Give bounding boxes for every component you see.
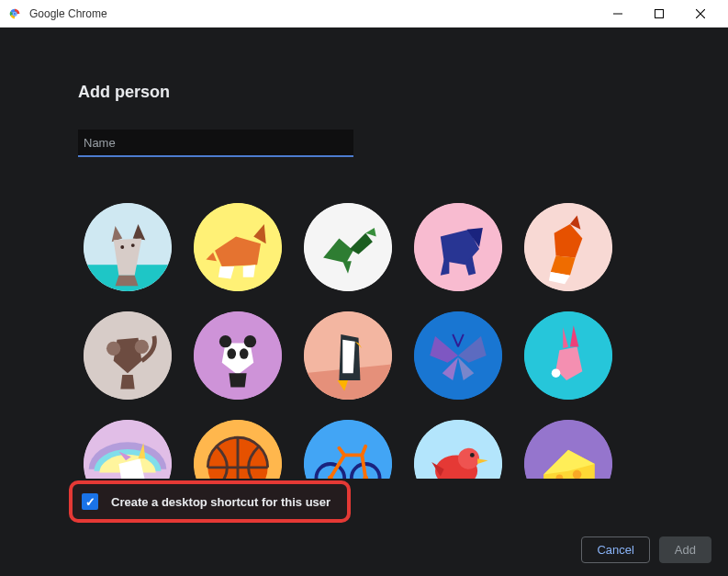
svg-marker-20 <box>243 265 255 277</box>
avatar-elephant[interactable] <box>414 203 502 291</box>
dialog-heading: Add person <box>78 83 728 102</box>
footer-buttons: Cancel Add <box>581 536 711 563</box>
shortcut-label: Create a desktop shortcut for this user <box>111 495 330 509</box>
dialog-body: Add person ✓ Create a desktop shortcut f… <box>0 28 728 576</box>
avatar-penguin[interactable] <box>304 311 392 400</box>
window-controls <box>597 1 721 27</box>
cancel-button[interactable]: Cancel <box>581 536 649 563</box>
svg-point-92 <box>573 470 582 479</box>
svg-marker-41 <box>120 375 134 389</box>
shortcut-checkbox[interactable]: ✓ <box>82 493 98 510</box>
svg-point-14 <box>120 245 124 249</box>
svg-marker-13 <box>116 276 139 287</box>
avatar-butterfly[interactable] <box>414 311 502 400</box>
svg-marker-48 <box>229 373 246 387</box>
maximize-button[interactable] <box>638 1 679 27</box>
svg-point-45 <box>244 335 256 347</box>
avatar-basketball[interactable] <box>194 420 282 479</box>
avatar-dragon[interactable] <box>304 203 392 291</box>
avatar-scroll-container[interactable] <box>78 194 652 479</box>
avatar-unicorn[interactable] <box>84 420 172 479</box>
svg-point-3 <box>13 12 16 15</box>
svg-point-15 <box>131 243 135 247</box>
svg-point-39 <box>106 342 120 356</box>
close-button[interactable] <box>679 1 721 27</box>
svg-point-82 <box>458 448 479 469</box>
avatar-rabbit[interactable] <box>524 311 612 400</box>
svg-point-47 <box>240 348 249 359</box>
avatar-cat[interactable] <box>84 203 172 291</box>
minimize-button[interactable] <box>597 1 638 27</box>
svg-point-40 <box>135 340 149 354</box>
svg-rect-5 <box>655 9 663 17</box>
name-input[interactable] <box>78 130 353 157</box>
add-button[interactable]: Add <box>659 536 711 563</box>
svg-point-44 <box>219 335 231 347</box>
svg-point-66 <box>552 368 561 378</box>
avatar-fox[interactable] <box>524 203 612 291</box>
window-title: Google Chrome <box>29 7 597 20</box>
avatar-cheese[interactable] <box>524 420 612 479</box>
svg-point-46 <box>227 348 236 359</box>
name-input-wrapper <box>78 130 353 157</box>
avatar-grid <box>78 203 652 479</box>
svg-marker-52 <box>342 340 354 373</box>
avatar-bicycle[interactable] <box>304 420 392 479</box>
avatar-panda[interactable] <box>194 311 282 400</box>
shortcut-checkbox-highlight: ✓ Create a desktop shortcut for this use… <box>69 480 351 523</box>
chrome-icon <box>7 6 22 21</box>
avatar-monkey[interactable] <box>84 311 172 400</box>
svg-point-84 <box>470 453 475 457</box>
avatar-corgi[interactable] <box>194 203 282 291</box>
titlebar: Google Chrome <box>0 0 728 28</box>
avatar-bird[interactable] <box>414 420 502 479</box>
